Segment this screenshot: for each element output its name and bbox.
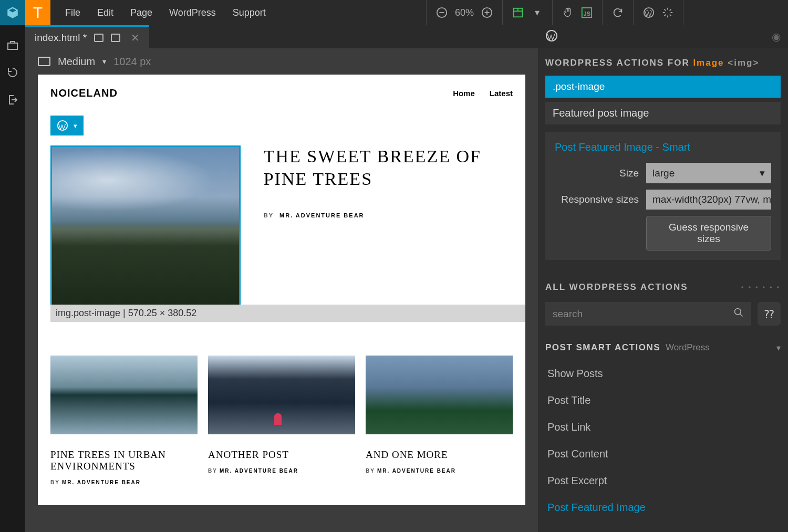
menu-support[interactable]: Support — [233, 7, 266, 18]
breakpoint-label: Medium — [58, 56, 95, 68]
search-icon[interactable] — [733, 307, 744, 320]
wordpress-icon[interactable] — [545, 29, 558, 44]
action-post-link[interactable]: Post Link — [538, 414, 788, 441]
viewport-icon — [38, 57, 50, 66]
top-toolbar: T File Edit Page WordPress Support 60% ▾… — [0, 0, 788, 25]
post-card[interactable]: PINE TREES IN URBAN ENVIRONMENTS BYMR. A… — [50, 356, 198, 485]
layout-icon[interactable] — [512, 7, 524, 18]
action-show-posts[interactable]: Show Posts — [538, 360, 788, 387]
app-logo-icon[interactable] — [0, 0, 25, 25]
wp-element-badge[interactable]: ▾ — [50, 116, 84, 135]
briefcase-icon[interactable] — [6, 39, 19, 51]
zoom-out-icon[interactable] — [436, 7, 448, 18]
chevron-down-icon[interactable]: ▾ — [531, 7, 543, 18]
menu-page[interactable]: Page — [130, 7, 152, 18]
left-rail — [0, 25, 25, 532]
post-thumb[interactable] — [50, 356, 198, 434]
device-icon[interactable] — [94, 34, 103, 42]
chevron-down-icon: ▾ — [760, 167, 765, 179]
tab-label: index.html * — [35, 32, 87, 44]
svg-line-15 — [740, 314, 743, 317]
post-title[interactable]: ANOTHER POST — [208, 449, 355, 461]
nav-latest[interactable]: Latest — [490, 89, 513, 98]
chevron-down-icon[interactable]: ▾ — [74, 122, 77, 130]
responsive-input[interactable]: max-width(320px) 77vw, max — [646, 190, 771, 210]
text-tool-icon[interactable]: T — [25, 0, 50, 25]
reload-icon[interactable] — [612, 7, 624, 18]
hero-by-label: BY — [264, 212, 274, 218]
post-title[interactable]: AND ONE MORE — [366, 449, 513, 461]
eye-icon[interactable]: ◉ — [772, 30, 781, 43]
close-icon[interactable]: ✕ — [131, 32, 140, 44]
canvas[interactable]: NOICELAND Home Latest ▾ THE SWEET BREEZE… — [38, 75, 525, 505]
post-card[interactable]: AND ONE MORE BYMR. ADVENTURE BEAR — [366, 356, 513, 485]
post-title[interactable]: PINE TREES IN URBAN ENVIRONMENTS — [50, 449, 198, 472]
wordpress-icon[interactable] — [643, 7, 655, 18]
devices-icon[interactable] — [111, 34, 120, 42]
by-label: BY — [208, 468, 217, 474]
undo-icon[interactable] — [6, 66, 19, 79]
by-label: BY — [50, 479, 60, 485]
all-actions-heading: ALL WORDPRESS ACTIONS • • • • • • — [538, 273, 788, 302]
search-input[interactable]: search — [545, 302, 751, 326]
site-logo[interactable]: NOICELAND — [50, 87, 118, 99]
menu-edit[interactable]: Edit — [97, 7, 113, 18]
svg-point-14 — [735, 309, 741, 315]
section-title: Post Featured Image - Smart — [555, 141, 771, 153]
selection-info: img.post-image | 570.25 × 380.52 — [50, 305, 525, 322]
selector-chip[interactable]: .post-image — [545, 76, 781, 98]
menu-file[interactable]: File — [65, 7, 80, 18]
by-author[interactable]: MR. ADVENTURE BEAR — [62, 479, 141, 485]
zoom-level: 60% — [455, 7, 474, 18]
breakpoint-px: 1024 px — [113, 56, 151, 68]
post-thumb[interactable] — [366, 356, 513, 434]
nav-home[interactable]: Home — [453, 89, 475, 98]
actions-category[interactable]: POST SMART ACTIONS WordPress ▾ — [538, 335, 788, 360]
exit-icon[interactable] — [6, 93, 19, 106]
rule-chip[interactable]: Featured post image — [545, 102, 781, 124]
svg-text:JS: JS — [584, 11, 590, 17]
chevron-down-icon: ▾ — [776, 343, 781, 353]
by-label: BY — [366, 468, 375, 474]
action-post-content[interactable]: Post Content — [538, 441, 788, 467]
featured-image-section: Post Featured Image - Smart Size large▾ … — [545, 132, 781, 260]
panel-heading: WORDPRESS ACTIONS FOR Image <img> — [538, 48, 788, 76]
js-icon[interactable]: JS — [581, 7, 593, 18]
zoom-in-icon[interactable] — [481, 7, 493, 18]
size-label: Size — [555, 168, 639, 179]
editor-main: Medium ▾ 1024 px NOICELAND Home Latest ▾… — [25, 48, 538, 532]
hand-icon[interactable] — [562, 7, 574, 18]
action-post-excerpt[interactable]: Post Excerpt — [538, 467, 788, 494]
hero-post-image[interactable] — [50, 145, 241, 314]
by-author[interactable]: MR. ADVENTURE BEAR — [377, 468, 456, 474]
hero-by-author[interactable]: MR. ADVENTURE BEAR — [279, 212, 365, 218]
action-post-featured-image[interactable]: Post Featured Image — [538, 494, 788, 521]
search-placeholder: search — [553, 308, 583, 320]
menu-wordpress[interactable]: WordPress — [169, 7, 216, 18]
post-card[interactable]: ANOTHER POST BYMR. ADVENTURE BEAR — [208, 356, 355, 485]
guess-sizes-button[interactable]: Guess responsive sizes — [646, 216, 771, 251]
chevron-down-icon[interactable]: ▾ — [102, 57, 106, 66]
size-select[interactable]: large▾ — [646, 163, 771, 183]
breakpoint-bar[interactable]: Medium ▾ 1024 px — [25, 48, 538, 75]
svg-rect-11 — [8, 43, 17, 49]
by-author[interactable]: MR. ADVENTURE BEAR — [220, 468, 298, 474]
post-thumb[interactable] — [208, 356, 355, 434]
tab-index-html[interactable]: index.html * ✕ — [25, 25, 149, 48]
hero-title[interactable]: THE SWEET BREEZE OF PINE TREES — [264, 145, 513, 190]
wordpress-panel: ◉ WORDPRESS ACTIONS FOR Image <img> .pos… — [538, 25, 788, 532]
responsive-label: Responsive sizes — [555, 194, 639, 205]
help-button[interactable]: ⁇ — [758, 302, 781, 326]
action-post-title[interactable]: Post Title — [538, 387, 788, 414]
spark-icon[interactable] — [662, 7, 673, 18]
